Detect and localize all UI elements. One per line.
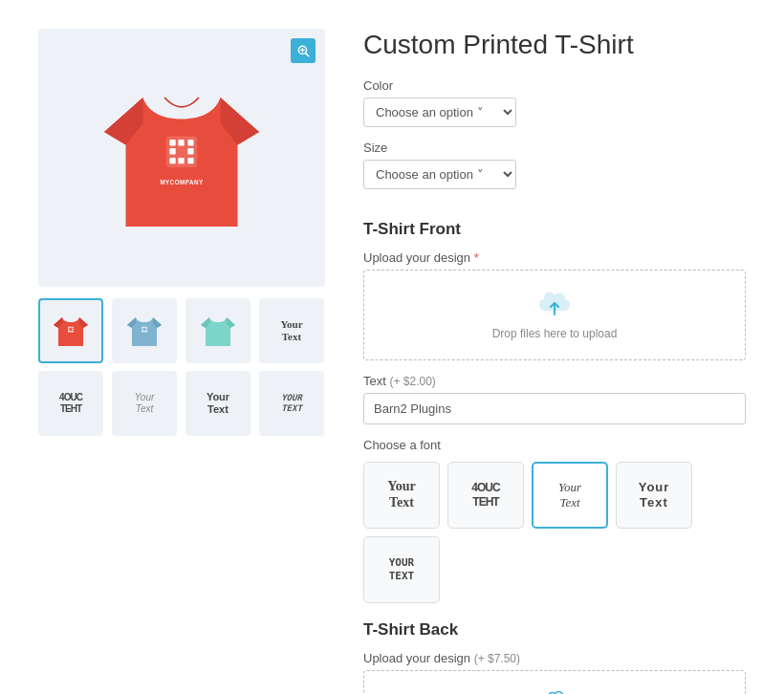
front-text-input[interactable] [363, 393, 746, 424]
svg-line-1 [306, 54, 309, 56]
svg-rect-21 [72, 331, 73, 332]
zoom-button[interactable] [291, 38, 316, 63]
font-option-mono[interactable]: YOURTEXT [363, 536, 440, 603]
front-text-price: (+ $2.00) [389, 375, 435, 388]
svg-rect-5 [169, 140, 175, 145]
thumb-text-preview[interactable]: YourText [259, 298, 324, 363]
svg-text:MYCOMPANY: MYCOMPANY [160, 179, 204, 185]
svg-rect-7 [187, 140, 193, 145]
thumb-gothic[interactable]: 4OUCTEHT [38, 371, 103, 436]
svg-rect-8 [169, 148, 175, 154]
upload-cloud-icon [539, 290, 570, 323]
svg-rect-29 [145, 331, 146, 332]
svg-rect-22 [142, 327, 142, 328]
tshirt-main-svg: MYCOMPANY [96, 62, 268, 253]
svg-rect-16 [72, 327, 73, 328]
color-select[interactable]: Choose an option ˅ Red Blue Teal [363, 98, 516, 127]
main-product-image: MYCOMPANY [38, 29, 325, 287]
font-option-serif[interactable]: YourText [363, 462, 440, 529]
font-options-group: YourText 4OUCTEHT YourText YourText YOUR… [363, 462, 746, 603]
svg-rect-25 [142, 329, 142, 330]
thumb-red[interactable] [38, 298, 103, 363]
svg-rect-23 [143, 327, 144, 328]
front-section-heading: T-Shirt Front [363, 220, 746, 239]
back-upload-cloud-icon [539, 690, 570, 694]
svg-rect-27 [142, 331, 142, 332]
svg-rect-11 [178, 158, 184, 163]
font-option-impact[interactable]: YourText [616, 462, 692, 529]
front-upload-label: Upload your design * [363, 250, 746, 265]
svg-rect-10 [169, 158, 175, 163]
thumb-italic[interactable]: YourText [112, 371, 177, 436]
thumb-teal[interactable] [185, 298, 250, 363]
front-text-label: Text (+ $2.00) [363, 374, 746, 388]
font-section-label: Choose a font [363, 438, 746, 452]
back-upload-price: (+ $7.50) [474, 652, 520, 665]
svg-rect-24 [145, 327, 146, 328]
product-gallery: MYCOMPANY [38, 29, 325, 694]
front-upload-area[interactable]: Drop files here to upload [363, 270, 746, 360]
font-option-heavy[interactable]: 4OUCTEHT [447, 462, 524, 529]
thumb-blue[interactable] [112, 298, 177, 363]
back-upload-label: Upload your design (+ $7.50) [363, 651, 746, 665]
svg-rect-18 [72, 329, 73, 330]
svg-rect-19 [68, 331, 69, 332]
svg-rect-14 [68, 327, 69, 328]
product-details: Custom Printed T-Shirt Color Choose an o… [363, 29, 746, 694]
svg-rect-20 [70, 331, 71, 332]
size-select[interactable]: Choose an option ˅ XS S M L XL [363, 160, 516, 189]
thumb-bold[interactable]: YourText [185, 371, 250, 436]
page-title: Custom Printed T-Shirt [363, 29, 746, 61]
size-label: Size [363, 141, 746, 155]
thumbnail-grid: YourText 4OUCTEHT YourText YourText YOUR… [38, 298, 325, 436]
svg-rect-12 [187, 158, 193, 163]
back-section-heading: T-Shirt Back [363, 620, 746, 640]
svg-rect-26 [145, 329, 146, 330]
front-upload-text: Drop files here to upload [492, 327, 618, 340]
svg-rect-15 [70, 327, 71, 328]
svg-rect-9 [187, 148, 193, 154]
svg-rect-28 [143, 331, 144, 332]
thumb-caps[interactable]: YOURTEXT [259, 371, 324, 436]
svg-rect-6 [178, 140, 184, 145]
back-upload-area[interactable]: Drop files here to upload [363, 670, 746, 694]
svg-rect-17 [68, 329, 69, 330]
font-option-italic[interactable]: YourText [532, 462, 608, 529]
color-label: Color [363, 78, 746, 93]
